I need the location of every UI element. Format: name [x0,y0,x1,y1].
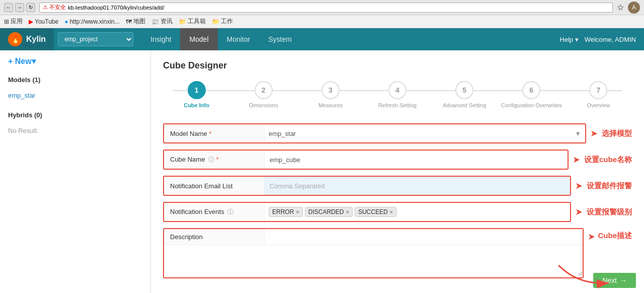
nav-tabs: Insight Model Monitor System [141,28,301,50]
model-name-select[interactable]: emp_star [265,124,585,142]
bookmark-toolbox[interactable]: 📁 工具箱 [179,17,206,26]
bookmarks-bar: ⊞ 应用 ▶ YouTube ● http://www.xinxin... 🗺 … [0,15,644,28]
step-circle-2: 2 [255,81,273,99]
description-row: Description [163,228,584,278]
bookmark-label: YouTube [35,18,58,25]
cube-name-row: Cube Name ⓘ * [163,150,569,170]
refresh-button[interactable]: ↻ [26,3,35,12]
bookmark-label: 资讯 [160,17,173,26]
back-button[interactable]: ← [4,3,13,12]
tag-succeed: SUCCEED × [355,207,396,217]
bookmark-map[interactable]: 🗺 地图 [126,17,145,26]
description-label: Description [164,229,265,245]
work-icon: 📁 [212,18,219,25]
events-row-container: Notification Events ⓘ ERROR × DISCARDED … [163,202,632,222]
bookmark-xinxin[interactable]: ● http://www.xinxin... [64,18,120,25]
next-arrow-icon: → [620,276,627,284]
tag-discarded: DISCARDED × [305,207,353,217]
cube-name-arrow-icon: ➤ [573,154,580,165]
model-name-row: Model Name * emp_star ▼ [163,123,586,143]
welcome-text: Welcome, ADMIN [585,36,636,43]
step-label-6: Configuration Overwrites [501,102,562,108]
step-2: 2 Dimensions [230,81,297,108]
hybrids-section-title: Hybrids (0) [0,103,150,123]
step-circle-7: 7 [589,81,607,99]
cube-name-input[interactable] [265,151,568,169]
bookmark-youtube[interactable]: ▶ YouTube [29,18,58,25]
toolbox-icon: 📁 [179,18,186,25]
description-arrow-icon: ➤ [588,231,595,242]
forward-button[interactable]: → [15,3,24,12]
step-6: 6 Configuration Overwrites [498,81,565,108]
description-row-wrapper: Description ➤ Cube描述 [163,228,632,278]
help-button[interactable]: Help ▾ [559,36,578,43]
bookmark-news[interactable]: 📰 资讯 [151,17,173,26]
email-annotation: 设置邮件报警 [587,181,632,191]
logo-text: Kylin [26,35,46,44]
model-name-row-container: Model Name * emp_star ▼ ➤ 选择模型 [163,123,632,143]
email-arrow-icon: ➤ [575,180,583,191]
email-row-container: Notification Email List ➤ 设置邮件报警 [163,176,632,196]
tag-error-remove[interactable]: × [296,209,299,215]
bookmark-label: http://www.xinxin... [69,18,119,25]
cube-name-input-area [265,151,568,169]
app-navbar: 🔥 Kylin emp_project Insight Model Monito… [0,28,644,50]
description-textarea[interactable] [164,245,583,276]
tag-discarded-remove[interactable]: × [346,209,349,215]
nav-tab-monitor[interactable]: Monitor [218,28,260,50]
cube-name-label: Cube Name ⓘ * [164,152,265,168]
cube-name-annotation: 设置cube名称 [584,155,632,165]
app-logo: 🔥 Kylin [0,28,54,50]
description-label-row: Description [164,229,583,245]
stepper: 1 Cube Info 2 Dimensions 3 Measures 4 Re… [163,81,632,108]
email-input[interactable] [265,177,570,195]
nav-tab-insight[interactable]: Insight [141,28,180,50]
address-bar[interactable]: ⚠ 不安全 kb-testhadoop01:7070/kylin/cubes/a… [39,3,613,13]
step-circle-6: 6 [522,81,540,99]
step-circle-4: 4 [388,81,407,99]
events-annotation: 设置报警级别 [587,207,632,217]
bookmark-label: 工作 [221,17,233,26]
step-label-2: Dimensions [249,102,278,108]
page-title: Cube Designer [163,60,632,71]
tag-succeed-remove[interactable]: × [390,209,393,215]
security-warning: ⚠ 不安全 [43,4,66,11]
bookmark-label: 应用 [11,17,23,26]
nav-tab-system[interactable]: System [259,28,301,50]
step-label-4: Refresh Setting [378,102,417,108]
sidebar-item-emp-star[interactable]: emp_star [0,88,150,103]
model-name-annotation: 选择模型 [602,129,632,138]
step-label-5: Advanced Setting [443,102,486,108]
nav-tab-model[interactable]: Model [180,28,217,50]
description-annotation: Cube描述 [598,231,632,241]
events-arrow-icon: ➤ [575,206,583,217]
step-circle-3: 3 [321,81,340,99]
bookmark-apps[interactable]: ⊞ 应用 [4,17,23,26]
bookmark-work[interactable]: 📁 工作 [212,17,233,26]
step-7: 7 Overview [565,81,632,108]
step-label-3: Measures [318,102,343,108]
model-name-select-wrapper: emp_star ▼ [265,124,585,142]
next-button[interactable]: Next → [593,273,636,288]
nav-right: Help ▾ Welcome, ADMIN [559,36,644,43]
step-circle-1: 1 [188,81,206,99]
cube-name-row-container: Cube Name ⓘ * ➤ 设置cube名称 [163,150,632,170]
project-selector[interactable]: emp_project [58,32,133,46]
browser-menu-icon[interactable]: ☆ [617,3,624,12]
events-row: Notification Events ⓘ ERROR × DISCARDED … [163,202,571,222]
cube-name-info-icon: ⓘ [208,156,214,163]
browser-profile-icon[interactable]: A [628,2,640,14]
url-text: kb-testhadoop01:7070/kylin/cubes/add/ [68,5,164,11]
required-star-cube: * [216,156,219,163]
models-section-title: Models (1) [0,72,150,88]
browser-bar: ← → ↻ ⚠ 不安全 kb-testhadoop01:7070/kylin/c… [0,0,644,15]
step-5: 5 Advanced Setting [431,81,498,108]
step-label-7: Overview [587,102,610,108]
new-button[interactable]: + New▾ [0,50,150,72]
step-circle-5: 5 [455,81,473,99]
events-label: Notification Events ⓘ [164,204,265,221]
step-label-1: Cube Info [184,102,209,108]
tag-error: ERROR × [269,207,303,217]
browser-controls: ← → ↻ [4,3,35,12]
youtube-icon: ▶ [29,18,33,25]
